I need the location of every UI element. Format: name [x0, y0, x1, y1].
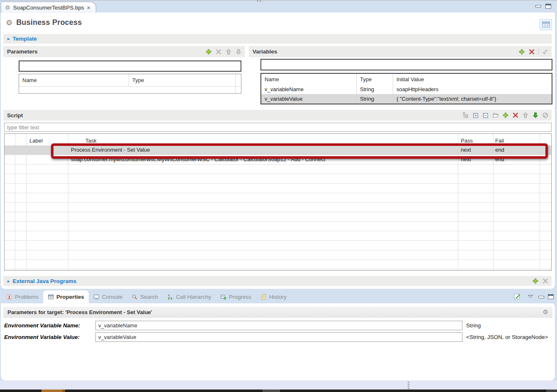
taskbar-item — [546, 390, 557, 392]
variables-table[interactable]: Name Type Initial Value v_variableName S… — [260, 73, 552, 104]
sash-handle[interactable] — [408, 382, 409, 389]
parameters-table-header: Name Type — [19, 74, 241, 87]
clear-variable-icon[interactable] — [542, 48, 549, 55]
col-initial-value: Initial Value — [393, 76, 552, 82]
expand-all-icon[interactable] — [472, 112, 479, 119]
minimize-button[interactable] — [535, 5, 541, 7]
add-program-icon[interactable] — [532, 278, 539, 284]
col-fail: Fail — [495, 138, 504, 144]
empty-row[interactable] — [5, 203, 551, 212]
move-step-up-icon[interactable] — [522, 112, 529, 119]
template-section-label: Template — [13, 36, 37, 42]
cell-fail: end — [495, 147, 504, 153]
tab-problems[interactable]: Problems — [2, 290, 43, 303]
parameters-toolbar — [205, 48, 245, 55]
script-filter-input[interactable] — [4, 123, 552, 132]
variables-table-header: Name Type Initial Value — [261, 74, 552, 85]
disable-step-icon[interactable] — [542, 112, 549, 119]
business-process-icon: ⚙ — [6, 19, 12, 27]
variables-section-title: Variables — [249, 48, 277, 55]
empty-row[interactable] — [5, 193, 551, 203]
tab-label: Search — [140, 294, 158, 300]
tab-label: Problems — [15, 294, 39, 300]
parameters-table[interactable]: Name Type — [19, 74, 241, 94]
empty-row[interactable] — [5, 222, 551, 231]
taskbar-item — [62, 390, 65, 392]
remove-parameter-icon[interactable] — [215, 48, 222, 55]
empty-row[interactable] — [5, 212, 551, 222]
col-task: Task — [85, 138, 97, 144]
tab-call-hierarchy[interactable]: Call Hierarchy — [163, 290, 216, 303]
tab-history[interactable]: History — [256, 290, 291, 303]
empty-row[interactable] — [5, 184, 551, 193]
variable-row-selected[interactable]: v_variableValue String { "Content-Type":… — [261, 94, 552, 104]
variables-filter-input[interactable] — [260, 59, 552, 70]
variables-toolbar — [518, 48, 552, 55]
windows-taskbar[interactable] — [0, 390, 557, 392]
col-label: Label — [29, 138, 43, 144]
delete-variable-icon[interactable] — [528, 48, 535, 55]
parameters-section-title: Parameters — [3, 48, 38, 55]
script-table[interactable]: Label Task Pass Fail Process Environment… — [4, 133, 552, 271]
tab-label: History — [269, 294, 287, 300]
empty-row[interactable] — [5, 250, 551, 260]
call-hierarchy-icon — [167, 294, 173, 300]
tree-view-icon[interactable] — [462, 112, 469, 119]
col-pass: Pass — [461, 138, 473, 144]
tab-properties[interactable]: Properties — [43, 290, 89, 304]
toolbar-separator — [538, 48, 539, 55]
tab-label: Call Hierarchy — [176, 294, 211, 300]
tab-label: Progress — [229, 294, 251, 300]
gear-icon[interactable]: ⚙ — [543, 309, 548, 315]
collapse-all-icon[interactable] — [482, 112, 489, 119]
empty-row[interactable] — [5, 260, 551, 269]
empty-row[interactable] — [5, 174, 551, 184]
empty-row[interactable] — [5, 165, 551, 174]
view-menu-icon[interactable] — [528, 295, 533, 298]
env-variable-value-input[interactable] — [95, 332, 462, 342]
move-step-down-icon[interactable] — [532, 112, 539, 119]
tab-console[interactable]: Console — [89, 290, 127, 303]
properties-target-text: Parameters for target: 'Process Environm… — [7, 309, 152, 315]
close-tab-icon[interactable]: × — [87, 5, 90, 11]
empty-row[interactable] — [5, 231, 551, 241]
maximize-view-button[interactable] — [548, 294, 554, 299]
chevron-right-icon: ▸ — [7, 278, 10, 284]
script-row-selected[interactable]: Process Environment - Set Value next end — [5, 145, 551, 155]
cell-initial-value: { "Content-Type":"text/xml; charset=utf-… — [393, 96, 552, 102]
bps-file-icon: ⚙ — [5, 5, 10, 10]
sash-handle-top[interactable] — [257, 0, 261, 2]
tab-progress[interactable]: Progress — [216, 290, 256, 303]
parameters-filter-input[interactable] — [19, 60, 241, 72]
script-section-title: Script — [3, 112, 23, 119]
move-up-icon[interactable] — [225, 48, 232, 55]
link-with-editor-icon[interactable] — [513, 293, 521, 300]
add-step-icon[interactable] — [502, 112, 509, 119]
variable-row[interactable]: v_variableName String soapHttpHeaders — [261, 85, 552, 94]
minimize-view-button[interactable] — [538, 296, 544, 298]
template-toggle[interactable]: ▸ Template — [3, 36, 37, 42]
add-parameter-icon[interactable] — [205, 48, 212, 55]
cell-pass: next — [461, 147, 471, 153]
external-java-label: External Java Programs — [13, 278, 77, 284]
add-variable-icon[interactable] — [518, 48, 525, 55]
col-name: Name — [19, 74, 129, 86]
grid-line — [235, 74, 236, 93]
env-variable-name-label: Environment Variable Name: — [4, 322, 80, 329]
tab-search[interactable]: Search — [127, 290, 163, 303]
col-name: Name — [261, 74, 357, 85]
env-variable-value-type: <String, JSON, or StorageNode> — [466, 334, 548, 340]
outline-toolbar-button[interactable] — [540, 19, 552, 30]
env-variable-name-input[interactable] — [95, 321, 462, 330]
delete-step-icon[interactable] — [512, 112, 519, 119]
remove-program-icon[interactable] — [542, 278, 549, 284]
open-folder-icon[interactable] — [492, 112, 499, 119]
script-row[interactable]: soap.consumer.mywsconsumerwsc.MyWsConsum… — [5, 155, 551, 165]
move-down-icon[interactable] — [235, 48, 242, 55]
maximize-button[interactable] — [545, 4, 551, 9]
external-java-toggle[interactable]: ▸ External Java Programs — [3, 278, 76, 284]
script-section-bar: Script — [3, 110, 552, 121]
empty-row[interactable] — [5, 241, 551, 250]
editor-tab[interactable]: ⚙ SoapConsumerTestBPS.bps × — [1, 2, 96, 13]
cell-fail: end — [495, 156, 504, 162]
